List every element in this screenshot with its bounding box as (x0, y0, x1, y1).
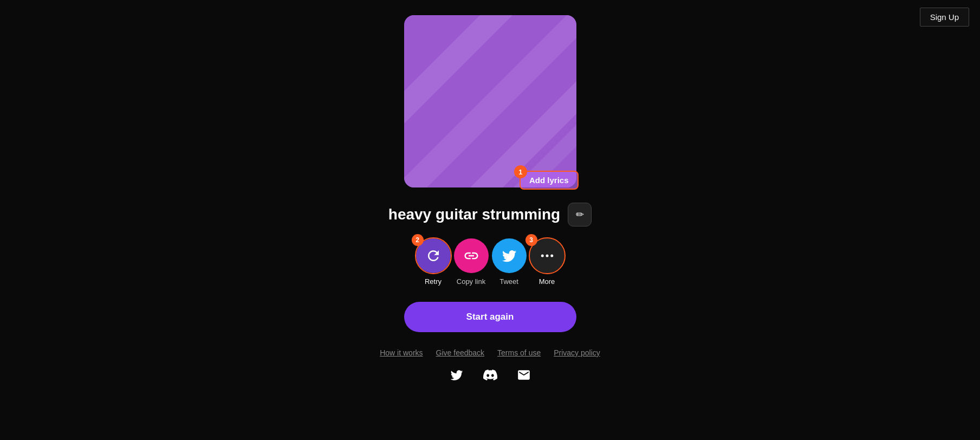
title-row: heavy guitar strumming ✏ (388, 203, 592, 227)
step-3-badge: 3 (525, 234, 537, 246)
tweet-icon-circle (492, 238, 527, 273)
song-title: heavy guitar strumming (388, 206, 560, 223)
tweet-label: Tweet (499, 277, 518, 286)
start-again-button[interactable]: Start again (404, 302, 576, 332)
add-lyrics-button[interactable]: Add lyrics (520, 171, 579, 190)
give-feedback-link[interactable]: Give feedback (436, 348, 485, 357)
retry-action[interactable]: 2 Retry (416, 238, 451, 286)
svg-point-3 (550, 255, 553, 257)
retry-icon (425, 248, 442, 264)
step-2-badge: 2 (412, 234, 424, 246)
copy-link-icon-circle (454, 238, 489, 273)
privacy-policy-link[interactable]: Privacy policy (554, 348, 600, 357)
social-row (450, 368, 531, 385)
step-1-badge: 1 (514, 165, 527, 178)
retry-label: Retry (425, 277, 442, 286)
more-action[interactable]: 3 More (530, 238, 564, 286)
how-it-works-link[interactable]: How it works (380, 348, 423, 357)
header: Sign Up (909, 0, 980, 34)
terms-of-use-link[interactable]: Terms of use (497, 348, 541, 357)
sign-up-button[interactable]: Sign Up (920, 8, 969, 27)
copy-link-label: Copy link (457, 277, 485, 286)
edit-title-button[interactable]: ✏ (568, 203, 592, 227)
copy-link-action[interactable]: Copy link (454, 238, 489, 286)
svg-point-1 (541, 255, 543, 257)
album-art-container: 1 Add lyrics (404, 15, 576, 187)
twitter-social-icon[interactable] (450, 368, 464, 385)
pencil-icon: ✏ (576, 209, 584, 221)
footer-links: How it works Give feedback Terms of use … (380, 348, 600, 357)
actions-row: 2 Retry Copy link Twe (416, 238, 564, 286)
main-content: 1 Add lyrics heavy guitar strumming ✏ 2 … (380, 15, 600, 385)
link-icon (463, 248, 479, 264)
add-lyrics-wrapper: 1 Add lyrics (520, 171, 579, 190)
album-art (404, 15, 576, 187)
tweet-icon (501, 248, 517, 264)
more-dots-icon (539, 248, 555, 264)
tweet-action[interactable]: Tweet (492, 238, 527, 286)
email-social-icon[interactable] (517, 368, 531, 385)
svg-point-2 (546, 255, 548, 257)
discord-social-icon[interactable] (483, 368, 497, 385)
more-label: More (539, 277, 555, 286)
